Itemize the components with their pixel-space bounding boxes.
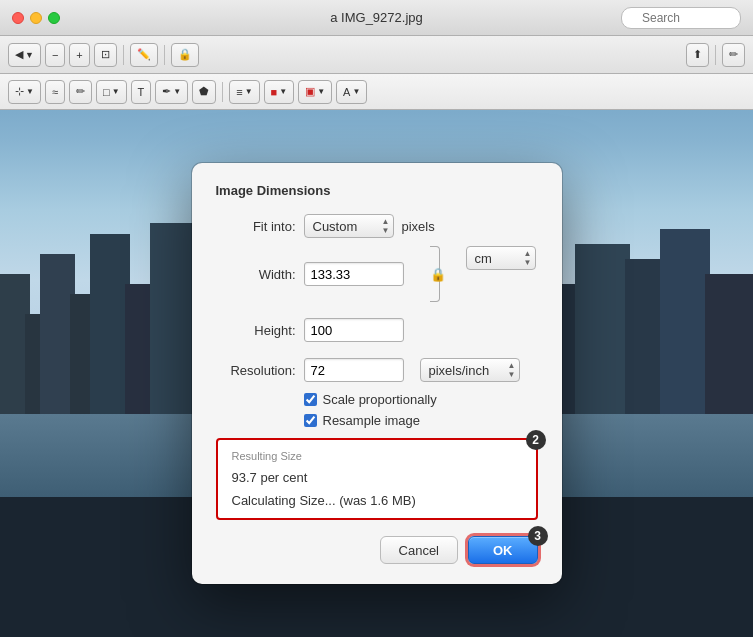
fit-button[interactable]: ⊡	[94, 43, 117, 67]
text-button[interactable]: T	[131, 80, 152, 104]
resulting-size-calc: Calculating Size... (was 1.6 MB)	[232, 493, 522, 508]
width-row: Width: 🔒 cm inches	[216, 246, 538, 302]
sig-arrow: ▼	[173, 87, 181, 96]
scale-checkbox[interactable]	[304, 393, 317, 406]
height-input[interactable]	[304, 318, 404, 342]
share-icon: ⬆	[693, 48, 702, 61]
maximize-button[interactable]	[48, 12, 60, 24]
resulting-size-box: Resulting Size 93.7 per cent Calculating…	[216, 438, 538, 520]
text-icon: T	[138, 86, 145, 98]
lock-bracket-group: 🔒	[416, 246, 446, 302]
cancel-button[interactable]: Cancel	[380, 536, 458, 564]
resolution-row: Resolution: pixels/inch pixels/cm ▲▼	[216, 358, 538, 382]
font-arrow: ▼	[352, 87, 360, 96]
dimension-group: Width: 🔒 cm inches	[216, 246, 538, 350]
res-unit-select-wrapper: pixels/inch pixels/cm ▲▼	[420, 358, 520, 382]
fill-color-button[interactable]: ▣ ▼	[298, 80, 332, 104]
zoom-out-button[interactable]: −	[45, 43, 65, 67]
zoom-in-icon: +	[76, 49, 82, 61]
lock-icon: 🔒	[178, 48, 192, 61]
modal-buttons: Cancel OK 3	[216, 536, 538, 564]
lasso-button[interactable]: ≈	[45, 80, 65, 104]
ok-button[interactable]: OK	[468, 536, 538, 564]
height-row: Height:	[216, 318, 538, 342]
select-button[interactable]: ⊹ ▼	[8, 80, 41, 104]
markup-button[interactable]: ✏	[722, 43, 745, 67]
unit-select-wrapper: cm inches mm pixels ▲▼	[466, 246, 536, 270]
fit-icon: ⊡	[101, 48, 110, 61]
share-button[interactable]: ⬆	[686, 43, 709, 67]
height-label: Height:	[216, 323, 296, 338]
traffic-lights	[12, 12, 60, 24]
window-title: a IMG_9272.jpg	[330, 10, 423, 25]
step-badge-3: 3	[528, 526, 548, 546]
draw-button[interactable]: ✏	[69, 80, 92, 104]
unit-select[interactable]: cm inches mm pixels	[466, 246, 536, 270]
align-icon: ≡	[236, 86, 242, 98]
toolbar-1: ◀ ▼ − + ⊡ ✏️ 🔒 ⬆ ✏	[0, 36, 753, 74]
align-button[interactable]: ≡ ▼	[229, 80, 259, 104]
resulting-size-percent: 93.7 per cent	[232, 470, 522, 485]
step-badge-2: 2	[526, 430, 546, 450]
content-area: Image Dimensions Fit into: Custom ▲▼ pix…	[0, 110, 753, 637]
scale-checkbox-row: Scale proportionally	[304, 392, 538, 407]
select-arrow: ▼	[26, 87, 34, 96]
shape-button[interactable]: □ ▼	[96, 80, 127, 104]
toolbar-2: ⊹ ▼ ≈ ✏ □ ▼ T ✒ ▼ ⬟ ≡ ▼ ■ ▼	[0, 74, 753, 110]
lock-symbol: 🔒	[430, 267, 446, 282]
shape-arrow: ▼	[112, 87, 120, 96]
separator-3	[715, 45, 716, 65]
minimize-button[interactable]	[30, 12, 42, 24]
fc-arrow: ▼	[317, 87, 325, 96]
width-input[interactable]	[304, 262, 404, 286]
separator-2	[164, 45, 165, 65]
back-forward-button[interactable]: ◀ ▼	[8, 43, 41, 67]
lock-button[interactable]: 🔒	[171, 43, 199, 67]
signature-icon: ✒	[162, 85, 171, 98]
adjust-button[interactable]: ⬟	[192, 80, 216, 104]
resolution-input[interactable]	[304, 358, 404, 382]
shape-icon: □	[103, 86, 110, 98]
bc-arrow: ▼	[279, 87, 287, 96]
resolution-unit-select[interactable]: pixels/inch pixels/cm	[420, 358, 520, 382]
lasso-icon: ≈	[52, 86, 58, 98]
cm-select-wrapper: cm inches mm pixels ▲▼	[466, 246, 536, 270]
titlebar: a IMG_9272.jpg 🔍	[0, 0, 753, 36]
zoom-in-button[interactable]: +	[69, 43, 89, 67]
fit-into-select[interactable]: Custom	[304, 214, 394, 238]
search-input[interactable]	[621, 7, 741, 29]
close-button[interactable]	[12, 12, 24, 24]
width-label: Width:	[216, 267, 296, 282]
border-color-button[interactable]: ■ ▼	[264, 80, 295, 104]
zoom-out-icon: −	[52, 49, 58, 61]
fill-color-icon: ▣	[305, 85, 315, 98]
separator-4	[222, 82, 223, 102]
ok-button-wrapper: OK 3	[468, 536, 538, 564]
markup-icon: ✏	[729, 48, 738, 61]
app-window: a IMG_9272.jpg 🔍 ◀ ▼ − + ⊡ ✏️ 🔒	[0, 0, 753, 637]
pencil-icon: ✏️	[137, 48, 151, 61]
pencil-button[interactable]: ✏️	[130, 43, 158, 67]
resample-checkbox-row: Resample image	[304, 413, 538, 428]
border-color-icon: ■	[271, 86, 278, 98]
adjust-icon: ⬟	[199, 85, 209, 98]
modal-overlay: Image Dimensions Fit into: Custom ▲▼ pix…	[0, 110, 753, 637]
back-icon: ◀	[15, 48, 23, 61]
resulting-size-title: Resulting Size	[232, 450, 522, 462]
fit-into-label: Fit into:	[216, 219, 296, 234]
image-dimensions-dialog: Image Dimensions Fit into: Custom ▲▼ pix…	[192, 163, 562, 584]
down-icon: ▼	[25, 50, 34, 60]
select-icon: ⊹	[15, 85, 24, 98]
font-icon: A	[343, 86, 350, 98]
draw-icon: ✏	[76, 85, 85, 98]
resample-label: Resample image	[323, 413, 421, 428]
scale-label: Scale proportionally	[323, 392, 437, 407]
fit-into-select-wrapper: Custom ▲▼	[304, 214, 394, 238]
resample-checkbox[interactable]	[304, 414, 317, 427]
signature-button[interactable]: ✒ ▼	[155, 80, 188, 104]
font-button[interactable]: A ▼	[336, 80, 367, 104]
dialog-title: Image Dimensions	[216, 183, 538, 198]
search-wrapper: 🔍	[621, 7, 741, 29]
pixels-label: pixels	[402, 219, 435, 234]
align-arrow: ▼	[245, 87, 253, 96]
